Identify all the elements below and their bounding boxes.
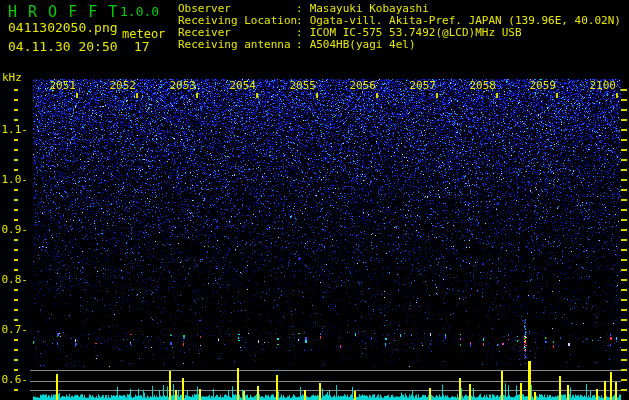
- time-tick-label: 2056: [348, 79, 376, 92]
- time-tick-label: 2100: [588, 79, 616, 92]
- info-row-separator: :: [296, 39, 303, 51]
- frequency-tick-label: 1.1-: [0, 123, 28, 136]
- spectrogram-and-level-plot: [0, 0, 629, 400]
- time-tick-label: 2057: [408, 79, 436, 92]
- info-row: Receiving antenna:A504HB(yagi 4el): [178, 39, 621, 51]
- time-tick-label: 2055: [288, 79, 316, 92]
- time-tick-label: 2058: [468, 79, 496, 92]
- app-version: 1.0.0: [120, 4, 159, 19]
- station-info-block: Observer:Masayuki KobayashiReceiving Loc…: [178, 3, 621, 51]
- frequency-tick-label: 0.7-: [0, 323, 28, 336]
- time-tick-label: 2059: [528, 79, 556, 92]
- info-row-label: Receiving antenna: [178, 39, 296, 51]
- frequency-axis-unit-label: kHz: [2, 71, 22, 84]
- app-title: H R O F F T: [8, 3, 118, 21]
- time-tick-label: 2051: [48, 79, 76, 92]
- time-tick-label: 2053: [168, 79, 196, 92]
- frequency-tick-label: 0.8-: [0, 273, 28, 286]
- observation-datetime: 04.11.30 20:50: [8, 39, 118, 54]
- frequency-tick-label: 1.0-: [0, 173, 28, 186]
- time-tick-label: 2054: [228, 79, 256, 92]
- meteor-echo-count: 17: [134, 39, 150, 54]
- frequency-tick-label: 0.6-: [0, 373, 28, 386]
- time-tick-label: 2052: [108, 79, 136, 92]
- output-filename: 0411302050.png: [8, 20, 118, 35]
- hrofft-window: H R O F F T 1.0.0 0411302050.png meteor …: [0, 0, 629, 400]
- info-row-value: A504HB(yagi 4el): [310, 39, 416, 51]
- frequency-tick-label: 0.9-: [0, 223, 28, 236]
